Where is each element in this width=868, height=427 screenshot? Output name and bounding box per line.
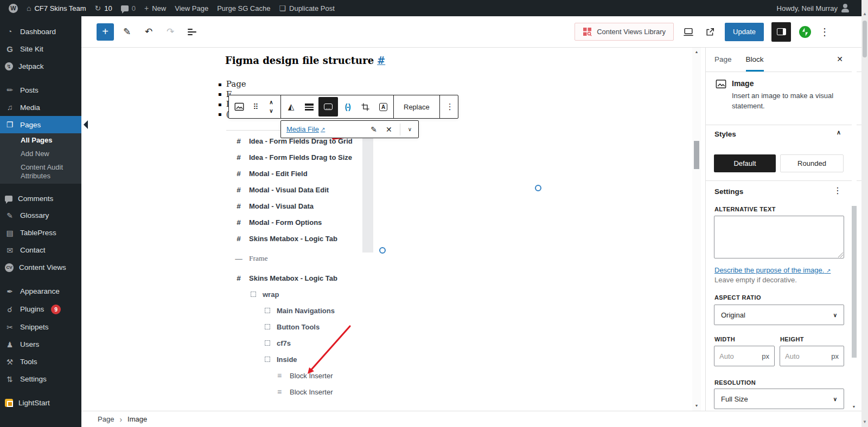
menu-item-icon — [5, 399, 13, 407]
heading-anchor-link[interactable]: # — [377, 55, 385, 66]
link-settings-chevron-button[interactable]: ∨ — [407, 126, 413, 132]
admin-menu-item[interactable]: CV Content Views — [0, 259, 81, 276]
replace-button[interactable]: Replace — [395, 95, 438, 118]
editor-options-button[interactable]: ⋮ — [819, 26, 830, 38]
textarea-resize-handle[interactable] — [838, 253, 843, 257]
scroll-down-arrow-icon[interactable]: ▼ — [851, 405, 857, 409]
admin-menu-item[interactable]: ♟ Users — [0, 336, 81, 353]
settings-panel-toggle-button[interactable] — [771, 22, 791, 42]
admin-menu-item[interactable]: ▤ TablePress — [0, 224, 81, 242]
admin-menu-item[interactable]: ⚒ Tools — [0, 353, 81, 371]
sidebar-scrollbar[interactable] — [852, 48, 857, 411]
admin-menu-item[interactable]: Add New — [0, 147, 81, 160]
text-over-image-button[interactable]: A — [374, 95, 392, 118]
admin-menu-item[interactable]: ✉ Contact — [0, 242, 81, 259]
list-item[interactable]: ▪ Page — [218, 79, 246, 89]
image-block-type-button[interactable] — [230, 95, 248, 118]
scroll-down-arrow-icon[interactable]: ▼ — [861, 419, 868, 424]
new-content-link[interactable]: + New — [140, 0, 170, 16]
collapse-styles-button[interactable]: ∧ — [837, 129, 841, 136]
move-down-button[interactable]: ∨ — [263, 107, 279, 115]
view-post-external-button[interactable] — [703, 24, 717, 40]
align-icon — [305, 103, 314, 111]
admin-menu-item[interactable]: ♫ Media — [0, 99, 81, 116]
caption-button[interactable] — [318, 97, 338, 117]
resolution-select[interactable]: Full Size ∨ — [714, 389, 844, 409]
admin-menu-item[interactable]: LightStart — [0, 394, 81, 411]
style-rounded-button[interactable]: Rounded — [780, 154, 844, 172]
remove-link-button[interactable]: ✕ — [385, 125, 393, 134]
duotone-filter-button[interactable]: ◭ — [282, 95, 300, 118]
scroll-up-arrow-icon[interactable]: ▲ — [861, 11, 868, 16]
sidebar-tab[interactable]: Page — [714, 48, 732, 72]
breadcrumb-image[interactable]: Image — [127, 415, 147, 423]
image-resize-handle-bottom[interactable] — [379, 247, 386, 254]
scroll-up-arrow-icon[interactable]: ▲ — [692, 50, 701, 54]
preview-button[interactable] — [681, 24, 695, 40]
admin-menu-item[interactable]: Content Audit Attributes — [0, 160, 81, 184]
canvas-scrollbar-thumb[interactable] — [694, 141, 699, 169]
duplicate-post-link[interactable]: ❏ Duplicate Post — [275, 0, 339, 16]
undo-button[interactable]: ↶ — [140, 23, 157, 41]
image-resize-handle-right[interactable] — [535, 185, 541, 191]
height-input[interactable] — [785, 352, 829, 360]
admin-menu-item[interactable]: G Site Kit — [0, 40, 81, 58]
admin-menu-item[interactable]: ⇅ Settings — [0, 371, 81, 388]
breadcrumb-page[interactable]: Page — [98, 415, 114, 423]
settings-panel-title: Settings — [714, 187, 743, 196]
scroll-down-arrow-icon[interactable]: ▼ — [692, 404, 701, 407]
alt-text-input[interactable] — [714, 216, 844, 258]
style-default-button[interactable]: Default — [714, 154, 776, 172]
media-file-link[interactable]: Media File ↗ — [286, 125, 325, 133]
width-input[interactable] — [719, 352, 760, 360]
menu-item-label: Dashboard — [20, 28, 56, 36]
browser-scrollbar-thumb[interactable] — [863, 21, 867, 57]
comments-link[interactable]: 0 — [117, 0, 140, 16]
admin-menu-item[interactable]: ✒ Appearance — [0, 283, 81, 300]
updates-link[interactable]: ↻ 10 — [91, 0, 117, 16]
block-inserter-button[interactable]: + — [97, 23, 114, 41]
block-card-title: Image — [732, 79, 754, 88]
tools-pencil-button[interactable]: ✎ — [118, 23, 136, 41]
content-views-library-button[interactable]: Content Views Library — [575, 23, 674, 41]
menu-item-label: Content Views — [19, 263, 66, 271]
figma-tree-label: Inside — [277, 355, 297, 364]
align-button[interactable] — [300, 95, 318, 118]
admin-menu-item[interactable]: ◔ Dashboard — [0, 23, 81, 40]
admin-menu-item[interactable]: ☌ Plugins 9 — [0, 300, 81, 319]
redo-button[interactable]: ↷ — [162, 23, 179, 41]
sidebar-scrollbar-thumb[interactable] — [852, 206, 857, 358]
update-button[interactable]: Update — [725, 23, 764, 41]
crop-button[interactable] — [356, 95, 374, 118]
move-up-button[interactable]: ∧ — [263, 98, 279, 107]
alt-text-help-link[interactable]: Describe the purpose of the image. ↗ — [714, 266, 831, 274]
settings-options-button[interactable]: ⋮ — [833, 185, 842, 196]
purge-cache-link[interactable]: Purge SG Cache — [213, 0, 275, 16]
comments-bubble-icon — [121, 5, 129, 11]
sidebar-tab[interactable]: Block — [746, 48, 764, 72]
menu-item-label: Jetpack — [18, 62, 44, 70]
list-view-button[interactable] — [183, 23, 201, 41]
admin-menu-item[interactable]: Comments — [0, 190, 81, 207]
admin-menu-item[interactable]: ↯ Jetpack — [0, 58, 81, 75]
block-options-button[interactable]: ⋮ — [441, 95, 459, 118]
menu-item-icon: ▤ — [5, 229, 15, 237]
admin-menu-item[interactable]: ✂ Snippets — [0, 319, 81, 336]
browser-scrollbar[interactable]: ▲ ▼ — [861, 0, 868, 427]
admin-menu-item[interactable]: ✏ Posts — [0, 81, 81, 99]
my-account-link[interactable]: Howdy, Neil Murray — [773, 0, 854, 16]
content-views-library-label: Content Views Library — [597, 28, 666, 36]
view-page-link[interactable]: View Page — [170, 0, 213, 16]
site-name-link[interactable]: ⌂ CF7 Skins Team — [22, 0, 91, 16]
link-button[interactable]: (-) — [339, 95, 356, 118]
canvas-scrollbar[interactable]: ▲ ▼ — [692, 48, 701, 411]
admin-menu-item[interactable]: All Pages — [0, 133, 81, 147]
wordpress-menu[interactable]: W — [4, 0, 22, 16]
jetpack-icon[interactable] — [799, 25, 812, 38]
aspect-ratio-select[interactable]: Original ∨ — [714, 305, 844, 325]
close-sidebar-button[interactable]: ✕ — [837, 55, 843, 63]
edit-link-button[interactable]: ✎ — [369, 125, 378, 134]
drag-handle[interactable]: ⠿ — [248, 95, 263, 118]
admin-menu-item[interactable]: ❐ Pages — [0, 116, 81, 133]
admin-menu-item[interactable]: ✎ Glossary — [0, 207, 81, 224]
